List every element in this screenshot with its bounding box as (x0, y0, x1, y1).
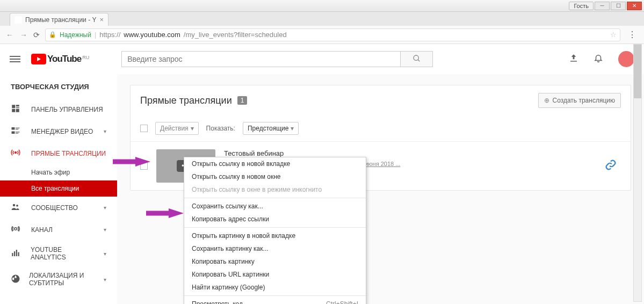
link-icon[interactable] (605, 159, 617, 173)
analytics-icon (11, 248, 22, 259)
lock-icon: 🔒 (49, 31, 56, 38)
sidebar-label: ПРЯМЫЕ ТРАНСЛЯЦИИ (31, 150, 106, 157)
page-header: Прямые трансляции 1 ⊕ Создать трансляцию (131, 85, 631, 115)
yt-header: YouTube RU (0, 44, 644, 74)
svg-rect-20 (18, 252, 19, 256)
guest-button[interactable]: Гость (569, 2, 594, 10)
channel-icon (11, 224, 23, 235)
hamburger-icon[interactable] (10, 54, 20, 64)
svg-rect-18 (14, 251, 15, 256)
actions-dropdown[interactable]: Действия▾ (155, 122, 199, 135)
dashboard-icon (11, 104, 23, 115)
sidebar-item-live[interactable]: ПРЯМЫЕ ТРАНСЛЯЦИИ (0, 142, 117, 164)
sidebar-item-channel[interactable]: КАНАЛ ▾ (0, 219, 117, 241)
forward-button[interactable]: → (19, 31, 28, 39)
localization-icon (11, 274, 20, 285)
play-icon (31, 54, 46, 64)
secure-label: Надежный (60, 31, 91, 39)
close-button[interactable]: ✕ (627, 2, 642, 10)
avatar[interactable] (618, 51, 634, 67)
sidebar-sub-start[interactable]: Начать эфир (0, 164, 117, 180)
browser-tab[interactable]: Прямые трансляции - Y × (10, 13, 108, 26)
upload-icon[interactable] (569, 53, 578, 65)
sidebar-title: ТВОРЧЕСКАЯ СТУДИЯ (0, 74, 117, 98)
sidebar-label: ПАНЕЛЬ УПРАВЛЕНИЯ (31, 106, 103, 113)
video-manager-icon (11, 126, 23, 137)
svg-rect-12 (16, 133, 18, 134)
svg-rect-4 (16, 107, 19, 108)
show-label: Показать: (206, 125, 235, 132)
filter-dropdown[interactable]: Предстоящие▾ (243, 122, 299, 135)
svg-rect-3 (16, 105, 19, 106)
search-input[interactable] (121, 51, 401, 67)
tab-close-icon[interactable]: × (99, 16, 104, 24)
maximize-button[interactable]: ☐ (611, 2, 626, 10)
browser-menu-icon[interactable]: ⋮ (626, 30, 639, 40)
bell-icon[interactable] (594, 53, 603, 66)
count-badge: 1 (237, 96, 248, 105)
ctx-find-image[interactable]: Найти картинку (Google) (184, 281, 366, 294)
ctx-open-image[interactable]: Открыть картинку в новой вкладке (184, 229, 366, 242)
back-button[interactable]: ← (5, 31, 14, 39)
live-icon (11, 148, 23, 159)
ctx-copy-image-url[interactable]: Копировать URL картинки (184, 268, 366, 281)
url-protocol: https:// (99, 31, 120, 39)
logo-text: YouTube (47, 54, 81, 64)
sidebar-label: ЛОКАЛИЗАЦИЯ И СУБТИТРЫ (29, 272, 95, 287)
sidebar-item-analytics[interactable]: YOUTUBE ANALYTICS ▾ (0, 241, 117, 266)
reload-button[interactable]: ⟳ (33, 31, 40, 39)
ctx-save-link[interactable]: Сохранить ссылку как... (184, 200, 366, 213)
search-form (121, 51, 433, 67)
url-input[interactable]: 🔒 Надежный | https://www.youtube.com/my_… (45, 28, 620, 41)
ctx-separator (184, 227, 366, 228)
scrollbar-thumb[interactable] (634, 45, 641, 98)
tab-title: Прямые трансляции - Y (25, 16, 96, 24)
sidebar-item-community[interactable]: СООБЩЕСТВО ▾ (0, 197, 117, 219)
ctx-save-image[interactable]: Сохранить картинку как... (184, 242, 366, 255)
svg-rect-10 (12, 132, 15, 134)
sidebar: ТВОРЧЕСКАЯ СТУДИЯ ПАНЕЛЬ УПРАВЛЕНИЯ МЕНЕ… (0, 74, 117, 304)
minimize-button[interactable]: ─ (595, 2, 610, 10)
annotation-arrow (146, 208, 184, 218)
chevron-down-icon: ▾ (104, 205, 106, 211)
ctx-separator (184, 198, 366, 198)
sidebar-item-dashboard[interactable]: ПАНЕЛЬ УПРАВЛЕНИЯ (0, 98, 117, 120)
annotation-arrow (113, 157, 150, 167)
sidebar-sub-all[interactable]: Все трансляции (0, 180, 117, 197)
svg-point-16 (15, 228, 17, 230)
create-label: Создать трансляцию (553, 97, 615, 104)
community-icon (11, 202, 23, 213)
ctx-copy-image[interactable]: Копировать картинку (184, 255, 366, 268)
ctx-separator (184, 295, 366, 296)
chevron-down-icon: ▾ (104, 128, 106, 134)
create-stream-button[interactable]: ⊕ Создать трансляцию (538, 93, 621, 108)
sidebar-label: МЕНЕДЖЕР ВИДЕО (31, 128, 93, 135)
ctx-open-window[interactable]: Открыть ссылку в новом окне (184, 170, 366, 183)
sidebar-item-video-manager[interactable]: МЕНЕДЖЕР ВИДЕО ▾ (0, 120, 117, 142)
search-button[interactable] (401, 51, 433, 67)
ctx-inspect[interactable]: Просмотреть код Ctrl+Shift+I (184, 298, 366, 304)
svg-line-1 (418, 60, 419, 61)
vertical-scrollbar[interactable] (633, 44, 642, 302)
ctx-copy-link[interactable]: Копировать адрес ссылки (184, 213, 366, 226)
bookmark-icon[interactable]: ☆ (610, 31, 617, 39)
address-bar: ← → ⟳ 🔒 Надежный | https://www.youtube.c… (0, 26, 644, 44)
chevron-down-icon: ▾ (104, 251, 106, 257)
youtube-logo[interactable]: YouTube RU (31, 54, 89, 64)
shortcut-label: Ctrl+Shift+I (326, 300, 358, 304)
sidebar-item-localization[interactable]: ЛОКАЛИЗАЦИЯ И СУБТИТРЫ ▾ (0, 266, 117, 292)
plus-icon: ⊕ (544, 97, 549, 104)
svg-point-0 (414, 55, 418, 60)
select-all-checkbox[interactable] (140, 125, 148, 132)
svg-point-13 (15, 152, 17, 154)
ctx-open-tab[interactable]: Открыть ссылку в новой вкладке (184, 157, 366, 170)
stream-title[interactable]: Тестовый вебинар (224, 149, 596, 157)
chevron-down-icon: ▾ (104, 227, 106, 233)
svg-rect-8 (16, 128, 20, 128)
context-menu: Открыть ссылку в новой вкладке Открыть с… (184, 157, 366, 304)
svg-rect-17 (12, 253, 13, 256)
ctx-open-incognito: Открыть ссылку в окне в режиме инкогнито (184, 183, 366, 196)
url-path: /my_live_events?filter=scheduled (184, 31, 287, 39)
toolbar: Действия▾ Показать: Предстоящие▾ (131, 115, 631, 142)
svg-rect-11 (16, 132, 20, 132)
